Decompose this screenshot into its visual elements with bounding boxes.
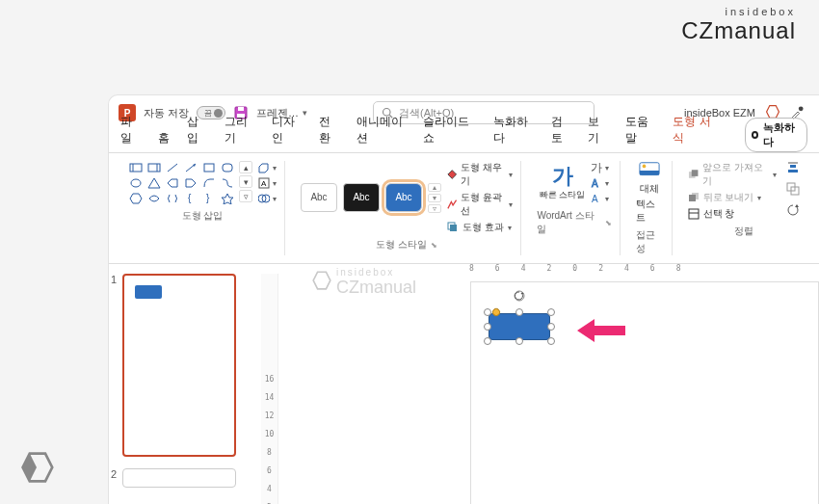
group-label-arrange: 정렬 <box>734 225 753 238</box>
shape-effects-button[interactable]: 도형 효과▾ <box>447 221 513 234</box>
brand-line1: insidebox <box>681 6 796 17</box>
tab-slideshow[interactable]: 슬라이드 쇼 <box>423 114 476 152</box>
selection-pane-button[interactable]: 선택 창 <box>688 207 777 221</box>
slide-canvas[interactable] <box>470 281 819 504</box>
gallery-up-icon[interactable]: ▴ <box>239 161 252 173</box>
svg-marker-49 <box>313 272 330 289</box>
quick-styles-button[interactable]: 가 빠른 스타일 <box>540 166 586 201</box>
svg-rect-3 <box>238 107 244 111</box>
resize-handle-mr[interactable] <box>547 323 555 331</box>
group-button[interactable] <box>786 182 800 199</box>
style-swatch-3-selected[interactable]: Abc <box>385 183 422 212</box>
shape-gallery-scroll[interactable]: ▴ ▾ ▿ <box>239 161 252 205</box>
resize-handle-bc[interactable] <box>515 337 523 345</box>
tab-design[interactable]: 디자인 <box>272 114 302 152</box>
group-label-shape-styles: 도형 스타일 <box>376 238 427 252</box>
text-outline-button[interactable]: A▾ <box>591 176 609 190</box>
horizontal-ruler: 8 6 4 2 0 2 4 6 8 <box>465 264 819 278</box>
svg-marker-48 <box>795 204 799 207</box>
ribbon-tabbar: 파일 홈 삽입 그리기 디자인 전환 애니메이션 슬라이드 쇼 녹화하다 검토 … <box>109 128 819 153</box>
rotate-button[interactable] <box>786 203 800 221</box>
resize-handle-ml[interactable] <box>484 323 491 331</box>
svg-point-8 <box>799 106 804 111</box>
tab-help[interactable]: 도움말 <box>625 114 655 152</box>
text-fill-button[interactable]: 가▾ <box>591 161 609 174</box>
svg-rect-44 <box>790 165 796 168</box>
rounded-rect-shape[interactable] <box>489 313 550 340</box>
slide-thumbnail-panel: 1 2 <box>109 264 253 504</box>
shape-outline-label: 도형 윤곽선 <box>461 191 505 218</box>
style-gallery-scroll[interactable]: ▴ ▾ ▿ <box>428 183 441 213</box>
rotate-handle[interactable] <box>514 288 525 300</box>
resize-handle-br[interactable] <box>547 337 555 345</box>
style-swatch-2[interactable]: Abc <box>343 183 380 212</box>
merge-shapes-button[interactable]: ▾ <box>258 192 277 205</box>
annotation-arrow <box>577 317 625 348</box>
svg-rect-30 <box>450 225 457 231</box>
thumb-number-1: 1 <box>111 274 117 285</box>
tab-animations[interactable]: 애니메이션 <box>357 114 407 152</box>
svg-rect-38 <box>691 170 698 176</box>
resize-handle-tc[interactable] <box>515 308 523 316</box>
tab-shape-format[interactable]: 도형 서식 <box>673 114 715 152</box>
record-button[interactable]: 녹화하다 <box>745 118 807 152</box>
brand-watermark: insidebox CZmanual <box>681 6 796 44</box>
tab-transitions[interactable]: 전환 <box>319 114 339 152</box>
align-button[interactable] <box>786 161 800 178</box>
group-label-wordart: WordArt 스타일 <box>537 209 600 236</box>
resize-handle-bl[interactable] <box>484 337 491 345</box>
toggle-knob <box>214 109 223 118</box>
tab-home[interactable]: 홈 <box>158 130 170 152</box>
shape-edit-column: ▾ A▾ ▾ <box>258 161 277 205</box>
svg-marker-7 <box>767 106 779 119</box>
slide-thumb-1[interactable]: 1 <box>122 274 244 457</box>
slide-thumb-2[interactable]: 2 <box>122 468 244 488</box>
group-wordart: 가 빠른 스타일 가▾ A▾ A▾ WordArt 스타일⬊ <box>529 161 620 255</box>
tab-record[interactable]: 녹화하다 <box>493 114 534 152</box>
watermark-line2: CZmanual <box>336 278 416 298</box>
tab-draw[interactable]: 그리기 <box>225 114 254 152</box>
tab-file[interactable]: 파일 <box>120 114 141 152</box>
style-swatch-1[interactable]: Abc <box>301 183 337 212</box>
tab-insert[interactable]: 삽입 <box>187 114 207 152</box>
thumb-shape-preview <box>135 285 162 299</box>
shape-gallery[interactable]: { } ▴ ▾ ▿ <box>128 161 252 205</box>
shape-fill-label: 도형 채우기 <box>461 161 505 188</box>
svg-marker-19 <box>148 178 160 188</box>
selected-shape[interactable] <box>489 313 550 340</box>
text-box-button[interactable]: A▾ <box>258 176 277 190</box>
text-effects-button[interactable]: A▾ <box>591 192 609 205</box>
style-down-icon[interactable]: ▾ <box>428 194 441 202</box>
group-shape-styles: Abc Abc Abc ▴ ▾ ▿ 도형 채우기▾ 도형 윤곽선▾ 도형 효과▾… <box>293 161 521 255</box>
gallery-down-icon[interactable]: ▾ <box>239 175 252 188</box>
dialog-launcher-icon[interactable]: ⬊ <box>431 241 437 250</box>
resize-handle-tr[interactable] <box>547 308 555 316</box>
resize-handle-tl[interactable] <box>484 308 491 316</box>
selection-pane-label: 선택 창 <box>703 207 735 221</box>
svg-rect-45 <box>788 170 798 172</box>
send-backward-button[interactable]: 뒤로 보내기▾ <box>688 191 777 204</box>
hex-logo-badge <box>19 450 54 485</box>
style-more-icon[interactable]: ▿ <box>428 204 441 213</box>
dialog-launcher-wordart-icon[interactable]: ⬊ <box>605 219 612 227</box>
vertical-ruler: 0 2 4 6 8 10 12 14 16 <box>261 274 278 504</box>
group-arrange: 앞으로 가져오기▾ 뒤로 보내기▾ 선택 창 정렬 <box>680 161 807 255</box>
tab-review[interactable]: 검토 <box>551 114 571 152</box>
svg-text:A: A <box>592 178 598 189</box>
svg-text:A: A <box>261 179 267 188</box>
send-backward-label: 뒤로 보내기 <box>703 191 754 204</box>
svg-marker-21 <box>186 179 196 187</box>
alt-text-button[interactable]: 대체 텍스트 <box>636 161 664 225</box>
style-up-icon[interactable]: ▴ <box>428 183 441 192</box>
gallery-more-icon[interactable]: ▿ <box>239 190 252 202</box>
bring-forward-button[interactable]: 앞으로 가져오기▾ <box>688 161 777 188</box>
svg-marker-25 <box>222 194 233 204</box>
powerpoint-window: P 자동 저장 끔 프레젠… ▾ 검색(Alt+Q) insideBox EZM… <box>108 94 819 504</box>
chevron-down-icon: ▾ <box>303 108 307 118</box>
tab-view[interactable]: 보기 <box>588 114 608 152</box>
shape-outline-button[interactable]: 도형 윤곽선▾ <box>447 191 513 218</box>
edit-shape-button[interactable]: ▾ <box>258 161 277 174</box>
shape-fill-button[interactable]: 도형 채우기▾ <box>447 161 513 188</box>
group-accessibility: 대체 텍스트 접근성 <box>628 161 673 255</box>
canvas-watermark: insidebox CZmanual <box>311 267 416 298</box>
